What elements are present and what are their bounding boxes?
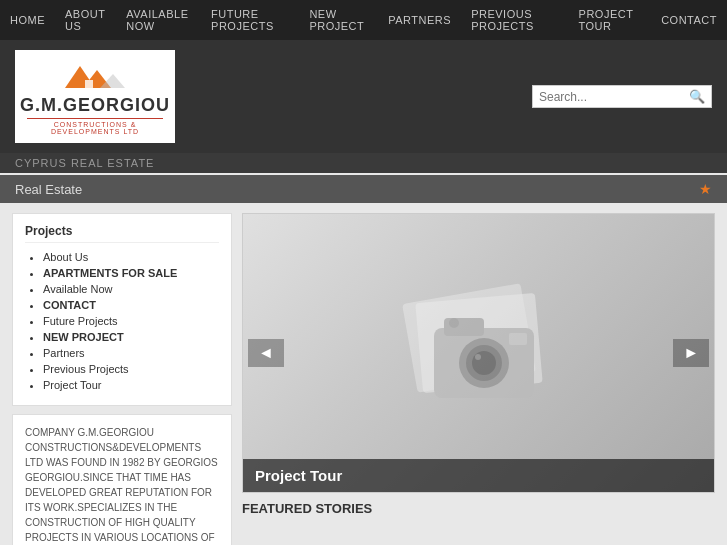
slideshow-next-button[interactable]: ► xyxy=(673,339,709,367)
top-navigation: HOMEABOUT USAVAILABLE NOWFUTURE PROJECTS… xyxy=(0,0,727,40)
nav-item-future-projects[interactable]: FUTURE PROJECTS xyxy=(201,0,299,40)
projects-list: About UsAPARTMENTS FOR SALEAvailable Now… xyxy=(25,251,219,391)
project-list-item[interactable]: About Us xyxy=(43,251,219,263)
slideshow-caption: Project Tour xyxy=(243,459,714,492)
project-list-item[interactable]: NEW PROJECT xyxy=(43,331,219,343)
nav-item-contact[interactable]: CONTACT xyxy=(651,6,727,34)
projects-title: Projects xyxy=(25,224,219,243)
project-list-item[interactable]: Future Projects xyxy=(43,315,219,327)
search-box[interactable]: 🔍 xyxy=(532,85,712,108)
company-desc-box: COMPANY G.M.GEORGIOU CONSTRUCTIONS&DEVEL… xyxy=(12,414,232,545)
projects-box: Projects About UsAPARTMENTS FOR SALEAvai… xyxy=(12,213,232,406)
svg-point-11 xyxy=(475,354,481,360)
nav-item-new-project[interactable]: NEW PROJECT xyxy=(299,0,378,40)
section-bar: Real Estate ★ xyxy=(0,175,727,203)
slideshow-prev-button[interactable]: ◄ xyxy=(248,339,284,367)
svg-point-13 xyxy=(449,318,459,328)
project-list-item[interactable]: Available Now xyxy=(43,283,219,295)
project-list-item[interactable]: Partners xyxy=(43,347,219,359)
nav-item-home[interactable]: HOME xyxy=(0,6,55,34)
rss-icon[interactable]: ★ xyxy=(699,181,712,197)
left-sidebar: Projects About UsAPARTMENTS FOR SALEAvai… xyxy=(12,213,232,545)
svg-rect-12 xyxy=(509,333,527,345)
section-title: Real Estate xyxy=(15,182,82,197)
camera-illustration xyxy=(379,273,579,433)
svg-point-10 xyxy=(472,351,496,375)
logo-subtext: CONSTRUCTIONS & DEVELOPMENTS LTD xyxy=(27,118,163,135)
project-list-item[interactable]: CONTACT xyxy=(43,299,219,311)
project-list-item[interactable]: APARTMENTS FOR SALE xyxy=(43,267,219,279)
nav-item-about-us[interactable]: ABOUT US xyxy=(55,0,116,40)
right-content: ◄ ► Project Tour FEATURED STORIES xyxy=(242,213,715,545)
logo[interactable]: G.M.GEORGIOU CONSTRUCTIONS & DEVELOPMENT… xyxy=(15,50,175,143)
nav-item-previous-projects[interactable]: PREVIOUS PROJECTS xyxy=(461,0,568,40)
nav-item-partners[interactable]: PARTNERS xyxy=(378,6,461,34)
project-list-item[interactable]: Project Tour xyxy=(43,379,219,391)
logo-text: G.M.GEORGIOU xyxy=(20,95,170,116)
site-header: G.M.GEORGIOU CONSTRUCTIONS & DEVELOPMENT… xyxy=(0,40,727,153)
nav-item-project-tour[interactable]: PROJECT TOUR xyxy=(569,0,652,40)
search-icon[interactable]: 🔍 xyxy=(689,89,705,104)
slideshow: ◄ ► Project Tour xyxy=(242,213,715,493)
nav-item-available-now[interactable]: AVAILABLE NOW xyxy=(116,0,201,40)
project-list-item[interactable]: Previous Projects xyxy=(43,363,219,375)
featured-header: FEATURED STORIES xyxy=(242,493,715,520)
svg-rect-3 xyxy=(85,80,93,88)
slideshow-image xyxy=(243,214,714,492)
header-right: 🔍 xyxy=(532,85,712,108)
company-description: COMPANY G.M.GEORGIOU CONSTRUCTIONS&DEVEL… xyxy=(25,425,219,545)
subtitle-bar: CYPRUS REAL ESTATE xyxy=(0,153,727,173)
logo-icon xyxy=(55,58,135,93)
subtitle-text: CYPRUS REAL ESTATE xyxy=(15,157,154,169)
main-content: Projects About UsAPARTMENTS FOR SALEAvai… xyxy=(0,203,727,545)
search-input[interactable] xyxy=(539,90,689,104)
